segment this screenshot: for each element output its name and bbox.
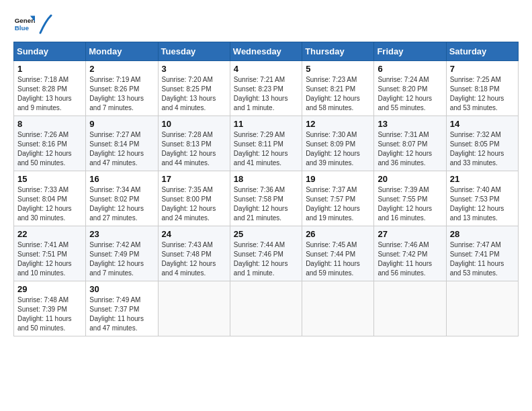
calendar-cell xyxy=(446,281,518,336)
day-info: Sunrise: 7:42 AM Sunset: 7:49 PM Dayligh… xyxy=(89,240,154,278)
day-number: 17 xyxy=(162,174,226,184)
day-number: 16 xyxy=(89,174,154,184)
svg-text:Blue: Blue xyxy=(15,24,30,32)
day-info: Sunrise: 7:19 AM Sunset: 8:26 PM Dayligh… xyxy=(89,75,154,113)
day-number: 8 xyxy=(17,119,82,129)
calendar-cell: 3Sunrise: 7:20 AM Sunset: 8:25 PM Daylig… xyxy=(158,61,230,116)
day-number: 25 xyxy=(234,229,298,239)
day-number: 10 xyxy=(162,119,226,129)
day-number: 7 xyxy=(450,64,515,74)
day-info: Sunrise: 7:37 AM Sunset: 7:57 PM Dayligh… xyxy=(306,185,370,223)
calendar-cell: 30Sunrise: 7:49 AM Sunset: 7:37 PM Dayli… xyxy=(86,281,158,336)
calendar-cell: 16Sunrise: 7:34 AM Sunset: 8:02 PM Dayli… xyxy=(86,171,158,226)
day-number: 13 xyxy=(378,119,442,129)
day-info: Sunrise: 7:33 AM Sunset: 8:04 PM Dayligh… xyxy=(17,185,82,223)
calendar-cell: 23Sunrise: 7:42 AM Sunset: 7:49 PM Dayli… xyxy=(86,226,158,281)
day-number: 2 xyxy=(89,64,154,74)
calendar-cell: 27Sunrise: 7:46 AM Sunset: 7:42 PM Dayli… xyxy=(374,226,446,281)
calendar-cell: 1Sunrise: 7:18 AM Sunset: 8:28 PM Daylig… xyxy=(14,61,86,116)
calendar-cell: 14Sunrise: 7:32 AM Sunset: 8:05 PM Dayli… xyxy=(446,116,518,171)
calendar-cell xyxy=(302,281,374,336)
day-info: Sunrise: 7:23 AM Sunset: 8:21 PM Dayligh… xyxy=(306,75,370,113)
day-number: 15 xyxy=(17,174,82,184)
day-info: Sunrise: 7:45 AM Sunset: 7:44 PM Dayligh… xyxy=(306,240,370,278)
day-number: 23 xyxy=(89,229,154,239)
calendar-cell: 17Sunrise: 7:35 AM Sunset: 8:00 PM Dayli… xyxy=(158,171,230,226)
day-number: 9 xyxy=(89,119,154,129)
day-info: Sunrise: 7:28 AM Sunset: 8:13 PM Dayligh… xyxy=(162,130,226,168)
day-number: 20 xyxy=(378,174,442,184)
day-number: 6 xyxy=(378,64,442,74)
day-info: Sunrise: 7:36 AM Sunset: 7:58 PM Dayligh… xyxy=(234,185,298,223)
calendar-cell: 10Sunrise: 7:28 AM Sunset: 8:13 PM Dayli… xyxy=(158,116,230,171)
day-number: 4 xyxy=(234,64,298,74)
day-number: 12 xyxy=(306,119,370,129)
day-number: 29 xyxy=(17,284,82,294)
calendar-cell: 4Sunrise: 7:21 AM Sunset: 8:23 PM Daylig… xyxy=(230,61,302,116)
day-number: 27 xyxy=(378,229,442,239)
day-info: Sunrise: 7:26 AM Sunset: 8:16 PM Dayligh… xyxy=(17,130,82,168)
day-info: Sunrise: 7:29 AM Sunset: 8:11 PM Dayligh… xyxy=(234,130,298,168)
calendar-cell xyxy=(158,281,230,336)
day-info: Sunrise: 7:41 AM Sunset: 7:51 PM Dayligh… xyxy=(17,240,82,278)
day-number: 5 xyxy=(306,64,370,74)
calendar-cell: 19Sunrise: 7:37 AM Sunset: 7:57 PM Dayli… xyxy=(302,171,374,226)
dow-sunday: Sunday xyxy=(14,42,86,61)
day-number: 30 xyxy=(89,284,154,294)
day-number: 19 xyxy=(306,174,370,184)
calendar-cell xyxy=(230,281,302,336)
calendar-cell: 24Sunrise: 7:43 AM Sunset: 7:48 PM Dayli… xyxy=(158,226,230,281)
calendar-cell: 29Sunrise: 7:48 AM Sunset: 7:39 PM Dayli… xyxy=(14,281,86,336)
calendar-cell: 2Sunrise: 7:19 AM Sunset: 8:26 PM Daylig… xyxy=(86,61,158,116)
day-number: 18 xyxy=(234,174,298,184)
day-number: 24 xyxy=(162,229,226,239)
calendar-cell: 11Sunrise: 7:29 AM Sunset: 8:11 PM Dayli… xyxy=(230,116,302,171)
day-info: Sunrise: 7:39 AM Sunset: 7:55 PM Dayligh… xyxy=(378,185,442,223)
day-info: Sunrise: 7:20 AM Sunset: 8:25 PM Dayligh… xyxy=(162,75,226,113)
day-info: Sunrise: 7:43 AM Sunset: 7:48 PM Dayligh… xyxy=(162,240,226,278)
calendar-table: SundayMondayTuesdayWednesdayThursdayFrid… xyxy=(13,42,519,336)
day-number: 22 xyxy=(17,229,82,239)
calendar-cell: 5Sunrise: 7:23 AM Sunset: 8:21 PM Daylig… xyxy=(302,61,374,116)
dow-saturday: Saturday xyxy=(446,42,518,61)
logo-swoosh xyxy=(39,14,52,34)
logo-icon: General Blue xyxy=(13,13,35,35)
calendar-cell: 26Sunrise: 7:45 AM Sunset: 7:44 PM Dayli… xyxy=(302,226,374,281)
dow-wednesday: Wednesday xyxy=(230,42,302,61)
dow-thursday: Thursday xyxy=(302,42,374,61)
calendar-cell: 7Sunrise: 7:25 AM Sunset: 8:18 PM Daylig… xyxy=(446,61,518,116)
day-info: Sunrise: 7:35 AM Sunset: 8:00 PM Dayligh… xyxy=(162,185,226,223)
day-info: Sunrise: 7:25 AM Sunset: 8:18 PM Dayligh… xyxy=(450,75,515,113)
calendar-cell: 28Sunrise: 7:47 AM Sunset: 7:41 PM Dayli… xyxy=(446,226,518,281)
day-number: 28 xyxy=(450,229,515,239)
day-number: 21 xyxy=(450,174,515,184)
day-info: Sunrise: 7:49 AM Sunset: 7:37 PM Dayligh… xyxy=(89,295,154,333)
day-info: Sunrise: 7:47 AM Sunset: 7:41 PM Dayligh… xyxy=(450,240,515,278)
day-number: 14 xyxy=(450,119,515,129)
calendar-cell: 8Sunrise: 7:26 AM Sunset: 8:16 PM Daylig… xyxy=(14,116,86,171)
day-info: Sunrise: 7:24 AM Sunset: 8:20 PM Dayligh… xyxy=(378,75,442,113)
calendar-cell: 12Sunrise: 7:30 AM Sunset: 8:09 PM Dayli… xyxy=(302,116,374,171)
calendar-cell: 15Sunrise: 7:33 AM Sunset: 8:04 PM Dayli… xyxy=(14,171,86,226)
calendar-cell: 21Sunrise: 7:40 AM Sunset: 7:53 PM Dayli… xyxy=(446,171,518,226)
day-info: Sunrise: 7:30 AM Sunset: 8:09 PM Dayligh… xyxy=(306,130,370,168)
logo: General Blue xyxy=(13,13,52,35)
calendar-cell: 18Sunrise: 7:36 AM Sunset: 7:58 PM Dayli… xyxy=(230,171,302,226)
calendar-cell: 22Sunrise: 7:41 AM Sunset: 7:51 PM Dayli… xyxy=(14,226,86,281)
calendar-cell: 13Sunrise: 7:31 AM Sunset: 8:07 PM Dayli… xyxy=(374,116,446,171)
day-info: Sunrise: 7:48 AM Sunset: 7:39 PM Dayligh… xyxy=(17,295,82,333)
dow-monday: Monday xyxy=(86,42,158,61)
day-info: Sunrise: 7:46 AM Sunset: 7:42 PM Dayligh… xyxy=(378,240,442,278)
day-number: 3 xyxy=(162,64,226,74)
calendar-cell: 25Sunrise: 7:44 AM Sunset: 7:46 PM Dayli… xyxy=(230,226,302,281)
day-number: 1 xyxy=(17,64,82,74)
dow-tuesday: Tuesday xyxy=(158,42,230,61)
day-info: Sunrise: 7:18 AM Sunset: 8:28 PM Dayligh… xyxy=(17,75,82,113)
calendar-cell: 6Sunrise: 7:24 AM Sunset: 8:20 PM Daylig… xyxy=(374,61,446,116)
day-info: Sunrise: 7:40 AM Sunset: 7:53 PM Dayligh… xyxy=(450,185,515,223)
day-info: Sunrise: 7:27 AM Sunset: 8:14 PM Dayligh… xyxy=(89,130,154,168)
calendar-cell xyxy=(374,281,446,336)
dow-friday: Friday xyxy=(374,42,446,61)
day-info: Sunrise: 7:32 AM Sunset: 8:05 PM Dayligh… xyxy=(450,130,515,168)
day-info: Sunrise: 7:31 AM Sunset: 8:07 PM Dayligh… xyxy=(378,130,442,168)
